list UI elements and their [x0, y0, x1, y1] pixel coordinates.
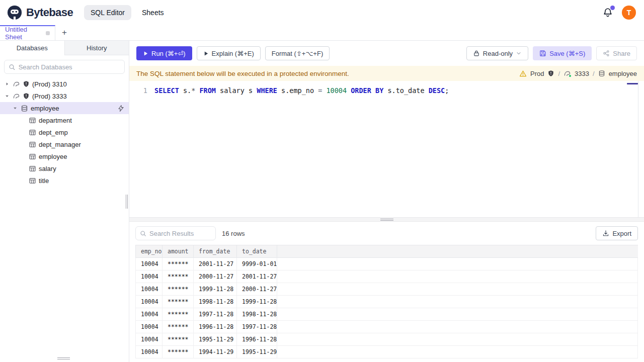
- cell-from_date[interactable]: 2001-11-27: [194, 258, 237, 270]
- sidebar-resize-handle[interactable]: [126, 195, 128, 209]
- caret-right-icon[interactable]: [4, 81, 10, 87]
- notifications-button[interactable]: [603, 8, 613, 18]
- tree-item-dept-emp[interactable]: dept_emp: [0, 126, 129, 138]
- table-row[interactable]: 10004******1996-11-281997-11-28: [135, 321, 638, 333]
- results-grid-header: emp_noamountfrom_dateto_date: [135, 245, 638, 258]
- table-row[interactable]: 10004******2000-11-272001-11-27: [135, 270, 638, 283]
- tree-item-prod-3333[interactable]: (Prod) 3333: [0, 90, 129, 102]
- cell-amount[interactable]: ******: [163, 321, 194, 333]
- cell-to_date[interactable]: 1996-11-28: [237, 333, 277, 345]
- top-nav: SQL Editor Sheets: [84, 5, 171, 20]
- tree-indent: [20, 129, 26, 135]
- tree-item-dept-manager[interactable]: dept_manager: [0, 138, 129, 150]
- cell-amount[interactable]: ******: [163, 296, 194, 308]
- save-button[interactable]: Save (⌘+S): [533, 46, 592, 60]
- column-header-from_date[interactable]: from_date: [194, 245, 237, 257]
- add-sheet-button[interactable]: +: [55, 25, 73, 40]
- tree-item-department[interactable]: department: [0, 114, 129, 126]
- cell-to_date[interactable]: 2001-11-27: [237, 270, 277, 283]
- cell-from_date[interactable]: 1995-11-29: [194, 333, 237, 345]
- notification-dot: [610, 6, 615, 10]
- environment-label[interactable]: Prod: [530, 70, 544, 77]
- tree-indent: [20, 177, 26, 184]
- line-number: 1: [129, 85, 147, 96]
- cell-from_date[interactable]: 2000-11-27: [194, 270, 237, 283]
- cell-from_date[interactable]: 1997-11-28: [194, 308, 237, 320]
- cell-from_date[interactable]: 1998-11-28: [194, 296, 237, 308]
- row-count: 16 rows: [222, 230, 245, 237]
- tree-item-label: employee: [39, 153, 67, 160]
- table-row[interactable]: 10004******1997-11-281998-11-28: [135, 308, 638, 321]
- explain-button[interactable]: Explain (⌘+E): [197, 46, 261, 60]
- cell-to_date[interactable]: 1995-11-29: [237, 346, 277, 358]
- table-row[interactable]: 10004******1994-11-291995-11-29: [135, 346, 638, 358]
- cell-to_date[interactable]: 2000-11-27: [237, 283, 277, 295]
- share-button[interactable]: Share: [596, 46, 637, 60]
- database-icon: [21, 105, 28, 112]
- database-label[interactable]: employee: [609, 70, 637, 77]
- editor-scrollbar-thumb[interactable]: [627, 83, 638, 84]
- cell-from_date[interactable]: 1994-11-29: [194, 346, 237, 358]
- table-row[interactable]: 10004******2001-11-279999-01-01: [135, 258, 638, 270]
- cell-emp_no[interactable]: 10004: [135, 270, 163, 283]
- search-results-input[interactable]: [149, 230, 211, 237]
- sheet-tab-untitled[interactable]: Untitled Sheet: [0, 25, 55, 40]
- cell-from_date[interactable]: 1999-11-28: [194, 283, 237, 295]
- tree-item-employee[interactable]: employee: [0, 150, 129, 162]
- cell-amount[interactable]: ******: [163, 346, 194, 358]
- sql-statement[interactable]: SELECT s.* FROM salary s WHERE s.emp_no …: [154, 85, 449, 96]
- table-row[interactable]: 10004******1995-11-291996-11-28: [135, 333, 638, 346]
- cell-to_date[interactable]: 1998-11-28: [237, 308, 277, 320]
- export-button[interactable]: Export: [596, 226, 638, 240]
- instance-label[interactable]: 3333: [575, 70, 589, 77]
- tree-indent: [20, 165, 26, 171]
- cell-emp_no[interactable]: 10004: [135, 321, 163, 333]
- cell-emp_no[interactable]: 10004: [135, 308, 163, 320]
- brand[interactable]: Bytebase: [7, 5, 73, 20]
- cell-emp_no[interactable]: 10004: [135, 296, 163, 308]
- tree-item-salary[interactable]: salary: [0, 162, 129, 174]
- main-panel: Run (⌘+⏎) Explain (⌘+E) Format (⇧+⌥+F): [129, 41, 644, 362]
- results-search[interactable]: [135, 226, 216, 240]
- cell-to_date[interactable]: 1997-11-28: [237, 321, 277, 333]
- readonly-mode-dropdown[interactable]: Read-only: [466, 46, 528, 60]
- tree-item-title[interactable]: title: [0, 174, 129, 187]
- table-row[interactable]: 10004******1998-11-281999-11-28: [135, 296, 638, 308]
- cell-amount[interactable]: ******: [163, 283, 194, 295]
- search-databases-input[interactable]: [19, 63, 120, 71]
- table-row[interactable]: 10004******1999-11-282000-11-27: [135, 283, 638, 296]
- column-header-to_date[interactable]: to_date: [237, 245, 277, 257]
- tab-history[interactable]: History: [65, 41, 129, 55]
- column-header-amount[interactable]: amount: [163, 245, 194, 257]
- results-resize-handle[interactable]: [129, 217, 644, 222]
- connect-action[interactable]: [117, 105, 125, 112]
- cell-amount[interactable]: ******: [163, 270, 194, 283]
- tree-item-prod-3310[interactable]: (Prod) 3310: [0, 78, 129, 90]
- cell-emp_no[interactable]: 10004: [135, 258, 163, 270]
- caret-down-icon[interactable]: [4, 93, 10, 99]
- nav-sql-editor[interactable]: SQL Editor: [84, 5, 131, 20]
- sql-editor[interactable]: 1 SELECT s.* FROM salary s WHERE s.emp_n…: [129, 81, 644, 217]
- cell-amount[interactable]: ******: [163, 308, 194, 320]
- cell-emp_no[interactable]: 10004: [135, 346, 163, 358]
- cell-to_date[interactable]: 9999-01-01: [237, 258, 277, 270]
- cell-amount[interactable]: ******: [163, 258, 194, 270]
- database-search[interactable]: [4, 60, 125, 74]
- tab-databases[interactable]: Databases: [0, 41, 65, 55]
- table-icon: [29, 129, 36, 136]
- cell-amount[interactable]: ******: [163, 333, 194, 345]
- shield-icon: [547, 70, 554, 77]
- top-bar-right: T: [603, 6, 637, 20]
- cell-emp_no[interactable]: 10004: [135, 283, 163, 295]
- tree-item-employee[interactable]: employee: [0, 102, 129, 114]
- caret-down-icon[interactable]: [12, 105, 18, 111]
- format-button[interactable]: Format (⇧+⌥+F): [265, 46, 330, 60]
- nav-sheets[interactable]: Sheets: [135, 5, 171, 20]
- run-button[interactable]: Run (⌘+⏎): [136, 46, 192, 60]
- cell-to_date[interactable]: 1999-11-28: [237, 296, 277, 308]
- column-header-emp_no[interactable]: emp_no: [135, 245, 163, 257]
- avatar[interactable]: T: [622, 6, 636, 20]
- sidebar-bottom-resize-handle[interactable]: [57, 357, 70, 359]
- cell-from_date[interactable]: 1996-11-28: [194, 321, 237, 333]
- cell-emp_no[interactable]: 10004: [135, 333, 163, 345]
